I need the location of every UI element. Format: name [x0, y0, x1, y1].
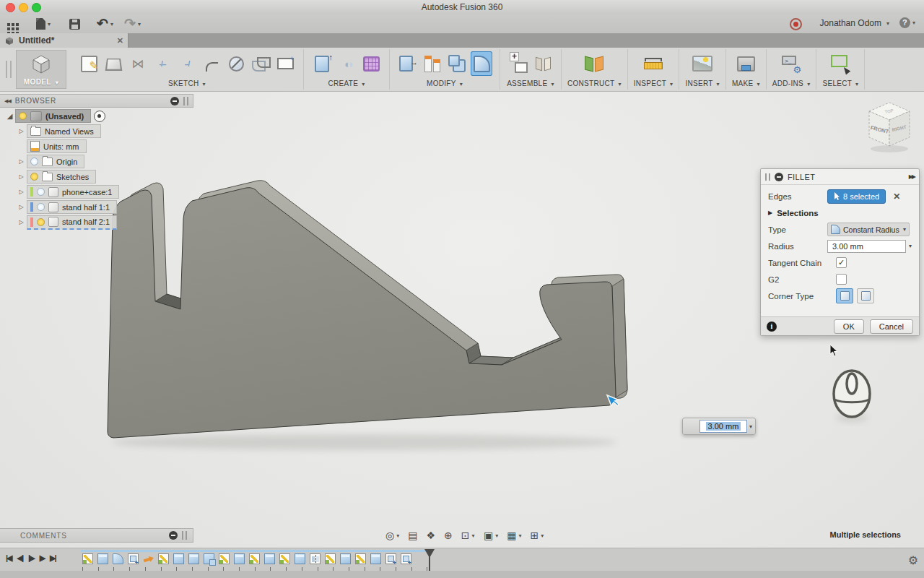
expand-arrow-icon[interactable]: ▷	[16, 158, 27, 165]
tree-item-named-views[interactable]: ▷Named Views	[16, 125, 119, 137]
timeline-feature-extrude-20[interactable]	[370, 553, 381, 564]
ribbon-group-label-select[interactable]: SELECT ▾	[822, 79, 858, 87]
timeline-feature-move-5[interactable]	[143, 553, 154, 564]
panel-grip[interactable]	[183, 97, 188, 105]
tab-untitled[interactable]: Untitled* ✕	[0, 33, 128, 48]
comments-grip[interactable]	[182, 531, 187, 540]
timeline-feature-fillet-3[interactable]	[113, 553, 123, 564]
timeline-feature-extrude-18[interactable]	[340, 553, 351, 564]
timeline-feature-sketch-10[interactable]	[219, 553, 230, 564]
form-tool-icon[interactable]	[360, 51, 382, 76]
timeline-feature-sketch-12[interactable]	[249, 553, 260, 564]
fillet-type-dropdown[interactable]: Constant Radius ▾	[827, 223, 910, 236]
sketch-3d-tool-icon[interactable]	[103, 51, 124, 76]
pan-icon[interactable]: ❖	[422, 527, 440, 543]
change-parameters-tool-icon[interactable]	[422, 51, 443, 76]
redo-icon[interactable]: ↷▾	[124, 17, 141, 31]
expand-arrow-icon[interactable]: ▷	[16, 204, 27, 210]
panel-minus-icon[interactable]	[170, 97, 179, 105]
expand-arrow-icon[interactable]: ▷	[16, 189, 27, 195]
undo-icon[interactable]: ↶▾	[97, 17, 113, 31]
visibility-bulb-icon[interactable]	[30, 158, 38, 165]
user-menu[interactable]: Jonathan Odom▾	[820, 18, 889, 28]
expand-arrow-icon[interactable]: ▷	[16, 173, 27, 180]
radius-inline-caret-icon[interactable]: ▾	[749, 423, 752, 430]
timeline-feature-extrude-2[interactable]	[97, 553, 108, 564]
dialog-expand-icon[interactable]: ▶▶	[909, 173, 915, 180]
expand-arrow-icon[interactable]: ▷	[16, 219, 27, 225]
timeline-feature-component-22[interactable]	[401, 553, 411, 564]
model-front-face[interactable]	[108, 188, 616, 438]
visibility-bulb-icon[interactable]	[19, 112, 27, 120]
select-tool-icon[interactable]	[829, 51, 851, 76]
g2-checkbox[interactable]	[836, 274, 847, 285]
corner-type-setback-button[interactable]	[857, 288, 874, 303]
scripts-addins-tool-icon[interactable]	[780, 51, 802, 76]
grid-settings-icon[interactable]: ▦▾	[502, 527, 526, 543]
timeline-feature-sketch-14[interactable]	[279, 553, 290, 564]
circle-tool-icon[interactable]	[225, 51, 247, 76]
ribbon-group-label-sketch[interactable]: SKETCH ▾	[168, 79, 206, 87]
timeline-feature-sketch-19[interactable]	[355, 553, 366, 564]
ribbon-group-label-make[interactable]: MAKE ▾	[732, 79, 760, 87]
clear-selection-icon[interactable]: ✕	[893, 191, 900, 202]
corner-type-rolling-ball-button[interactable]	[836, 288, 853, 303]
dialog-grip[interactable]	[765, 173, 770, 181]
ribbon-group-label-construct[interactable]: CONSTRUCT ▾	[567, 79, 622, 87]
plane-tool-icon[interactable]	[583, 51, 605, 76]
browser-panel-header[interactable]: ◀◀ BROWSER	[0, 94, 193, 108]
visibility-bulb-icon[interactable]	[37, 203, 45, 211]
print-3d-tool-icon[interactable]	[735, 51, 757, 76]
offset-tool-icon[interactable]	[250, 51, 271, 76]
tree-item-sketches[interactable]: ▷Sketches	[16, 171, 119, 183]
comments-panel-header[interactable]: COMMENTS	[0, 528, 193, 543]
timeline-feature-extrude-7[interactable]	[173, 553, 184, 564]
info-icon[interactable]: i	[767, 322, 777, 332]
timeline-feature-combine-9[interactable]	[204, 553, 214, 564]
trim-tool-icon[interactable]	[152, 51, 173, 76]
radius-input[interactable]: 3.00 mm	[827, 240, 906, 253]
timeline-feature-component-21[interactable]	[385, 553, 396, 564]
timeline-feature-mirror-16[interactable]	[310, 553, 321, 564]
extrude-tool-icon[interactable]	[311, 51, 333, 76]
timeline-feature-extrude-13[interactable]	[264, 553, 275, 564]
apps-grid-icon[interactable]	[7, 17, 10, 31]
ribbon-group-label-add-ins[interactable]: ADD-INS ▾	[772, 79, 811, 87]
tree-root-row[interactable]: ◢ (Unsaved)	[4, 110, 119, 122]
joint-tool-icon[interactable]	[532, 51, 554, 76]
timeline-feature-sketch-17[interactable]	[325, 553, 336, 564]
screen-record-icon[interactable]	[790, 17, 802, 31]
workspace-switcher[interactable]: MODEL ▾	[16, 50, 66, 89]
tangent-chain-checkbox[interactable]: ✓	[836, 257, 847, 268]
sketch-fillet-tool-icon[interactable]	[201, 51, 222, 76]
playback-to-start-icon[interactable]: |◀	[6, 553, 12, 563]
visibility-radio-icon[interactable]	[94, 111, 105, 122]
visibility-bulb-icon[interactable]	[30, 173, 38, 181]
fillet-tool-tool-icon[interactable]	[471, 51, 492, 76]
new-design-icon[interactable]: ▾	[36, 17, 51, 31]
rectangle-tool-icon[interactable]	[274, 51, 296, 76]
timeline-feature-sketch-1[interactable]	[82, 553, 93, 564]
ok-button[interactable]: OK	[834, 319, 864, 334]
expand-arrow-icon[interactable]: ▷	[16, 128, 27, 134]
timeline-settings-gear-icon[interactable]: ⚙	[908, 553, 918, 567]
timeline-position-marker[interactable]	[424, 549, 435, 574]
fit-icon[interactable]: ⊡▾	[457, 527, 479, 543]
ribbon-group-label-insert[interactable]: INSERT ▾	[685, 79, 720, 87]
ribbon-group-label-create[interactable]: CREATE ▾	[328, 79, 365, 87]
create-sketch-tool-icon[interactable]	[78, 51, 100, 76]
press-pull-tool-icon[interactable]	[397, 51, 419, 76]
ribbon-grip[interactable]	[6, 61, 12, 78]
radius-dropdown-caret-icon[interactable]: ▾	[909, 243, 912, 249]
ribbon-group-label-inspect[interactable]: INSPECT ▾	[634, 79, 674, 87]
orbit-icon[interactable]: ◎▾	[381, 527, 404, 543]
fillet-dialog-header[interactable]: FILLET ▶▶	[761, 169, 919, 185]
viewports-icon[interactable]: ⊞▾	[526, 527, 549, 543]
playback-step-back-icon[interactable]: ◀|	[17, 553, 23, 563]
tree-item-phone-case-1[interactable]: ▷phone+case:1	[16, 186, 119, 198]
timeline-feature-sketch-6[interactable]	[158, 553, 169, 564]
display-settings-icon[interactable]: ▣▾	[479, 527, 502, 543]
dialog-collapse-icon[interactable]	[775, 173, 783, 181]
timeline-feature-extrude-15[interactable]	[295, 553, 305, 564]
visibility-bulb-icon[interactable]	[37, 188, 45, 196]
